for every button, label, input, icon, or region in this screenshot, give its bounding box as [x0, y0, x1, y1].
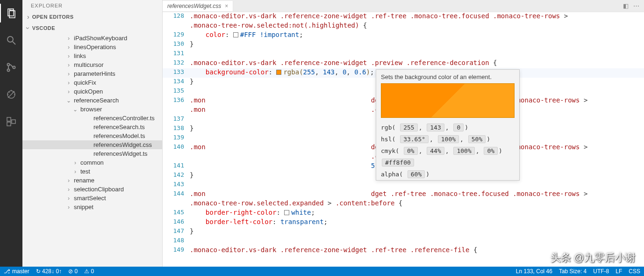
chevron-right-icon: ›: [66, 44, 71, 51]
code-text: .mon dget .ref-tree .monaco-tree.focused…: [190, 190, 592, 197]
status-language[interactable]: CSS: [629, 268, 640, 275]
color-hex-row[interactable]: #ff8f00: [376, 157, 519, 168]
code-text: }: [190, 78, 193, 85]
code-text: .monaco-tree-row.selected.expanded > .co…: [190, 199, 402, 207]
code-line[interactable]: .monaco-tree-row.selected:not(.highlight…: [163, 22, 644, 31]
color-hsl-row[interactable]: hsl( 33.65°, 100%, 50%): [376, 133, 519, 145]
code-line[interactable]: 128.monaco-editor.vs-dark .reference-zon…: [163, 12, 644, 22]
code-line[interactable]: 144.mon dget .ref-tree .monaco-tree.focu…: [163, 190, 644, 199]
code-line[interactable]: 148: [163, 237, 644, 246]
status-cursor[interactable]: Ln 133, Col 46: [516, 268, 552, 275]
tree-folder[interactable]: ›quickFix: [22, 78, 162, 87]
split-editor-icon[interactable]: ◧: [623, 2, 629, 9]
tree-folder[interactable]: ›test: [22, 167, 162, 176]
line-number: 133: [163, 68, 190, 75]
chevron-down-icon: [27, 24, 29, 32]
line-number: 128: [163, 12, 190, 19]
code-line[interactable]: .monaco-tree-row.selected.expanded > .co…: [163, 199, 644, 209]
svg-rect-1: [9, 11, 15, 18]
code-line[interactable]: 146 border-left-color: transparent;: [163, 218, 644, 227]
code-line[interactable]: 143: [163, 181, 644, 190]
activity-search-icon[interactable]: [0, 31, 22, 50]
tree-item-label: referenceSearch.ts: [93, 123, 145, 131]
tree-item-label: referencesWidget.ts: [93, 150, 148, 157]
code-line[interactable]: 129 color: #FFF !important;: [163, 31, 644, 40]
line-number: 137: [163, 115, 190, 122]
tree-file[interactable]: referenceSearch.ts: [22, 123, 162, 131]
tree-folder[interactable]: ›iPadShowKeyboard: [22, 34, 162, 43]
svg-rect-10: [7, 122, 11, 126]
code-line[interactable]: 149.monaco-editor.vs-dark .reference-zon…: [163, 246, 644, 255]
chevron-down-icon: ⌄: [66, 97, 71, 104]
tree-folder[interactable]: ›smartSelect: [22, 194, 162, 203]
svg-point-5: [7, 69, 10, 72]
status-bar: ⎇ master ↻ 428↓ 0↑ ⊘ 0 ⚠ 0 Ln 133, Col 4…: [0, 267, 644, 276]
chevron-right-icon: ›: [66, 186, 71, 193]
tree-folder[interactable]: ›links: [22, 51, 162, 60]
line-number: 149: [163, 246, 190, 253]
code-line[interactable]: 132.monaco-editor.vs-dark .reference-zon…: [163, 59, 644, 68]
svg-point-6: [13, 66, 15, 69]
file-tree[interactable]: ›iPadShowKeyboard›linesOperations›links›…: [22, 34, 162, 267]
section-open-editors[interactable]: OPEN EDITORS: [22, 11, 162, 22]
chevron-right-icon: ›: [66, 204, 71, 211]
tree-folder[interactable]: ›snippet: [22, 203, 162, 211]
code-text: border-right-color: white;: [190, 209, 315, 216]
tree-file[interactable]: referencesWidget.ts: [22, 149, 162, 158]
line-number: 141: [163, 162, 190, 169]
activity-explorer-icon[interactable]: [0, 4, 22, 22]
activity-debug-icon[interactable]: [0, 85, 22, 104]
line-number: 140: [163, 143, 190, 150]
tree-file[interactable]: referencesController.ts: [22, 114, 162, 123]
code-line[interactable]: 131: [163, 50, 644, 59]
svg-rect-9: [7, 117, 11, 121]
tree-item-label: selectionClipboard: [74, 186, 124, 193]
line-number: 132: [163, 59, 190, 66]
chevron-right-icon: ›: [66, 195, 71, 202]
code-line[interactable]: 145 border-right-color: white;: [163, 209, 644, 218]
tree-folder[interactable]: ›linesOperations: [22, 43, 162, 51]
line-number: 147: [163, 227, 190, 234]
chevron-right-icon: ›: [66, 53, 71, 59]
tree-folder[interactable]: ⌄referenceSearch: [22, 96, 162, 105]
tree-folder[interactable]: ›multicursor: [22, 60, 162, 69]
tree-item-label: referencesModel.ts: [93, 132, 145, 139]
tree-folder[interactable]: ›selectionClipboard: [22, 185, 162, 194]
tree-folder[interactable]: ›common: [22, 158, 162, 167]
line-number: 143: [163, 181, 190, 188]
tab-referenceswidget-css[interactable]: referencesWidget.css ×: [163, 1, 233, 11]
more-icon[interactable]: ⋯: [633, 2, 639, 9]
chevron-right-icon: ›: [73, 160, 78, 166]
status-errors[interactable]: ⊘ 0: [68, 268, 78, 275]
line-number: 136: [163, 96, 190, 103]
code-line[interactable]: 147}: [163, 227, 644, 237]
status-eol[interactable]: LF: [615, 268, 622, 275]
status-sync[interactable]: ↻ 428↓ 0↑: [36, 268, 62, 275]
section-vscode[interactable]: VSCODE: [22, 22, 162, 34]
tree-item-label: linesOperations: [74, 44, 116, 51]
color-alpha-row[interactable]: alpha( 60%): [376, 168, 519, 180]
line-number: 129: [163, 31, 190, 38]
tree-folder[interactable]: ⌄browser: [22, 105, 162, 114]
color-preview[interactable]: [381, 83, 515, 118]
status-branch[interactable]: ⎇ master: [4, 268, 29, 275]
activity-extensions-icon[interactable]: [0, 112, 22, 131]
status-warnings[interactable]: ⚠ 0: [84, 268, 94, 275]
color-rgb-row[interactable]: rgb( 255, 143, 0): [376, 122, 519, 133]
tree-file[interactable]: referencesModel.ts: [22, 131, 162, 140]
code-text: .monaco-editor.vs-dark .reference-zone-w…: [190, 59, 497, 66]
tree-folder[interactable]: ›rename: [22, 176, 162, 185]
close-icon[interactable]: ×: [225, 3, 228, 9]
code-line[interactable]: 130}: [163, 40, 644, 50]
tree-folder[interactable]: ›parameterHints: [22, 69, 162, 78]
status-tabsize[interactable]: Tab Size: 4: [559, 268, 587, 275]
line-number: 131: [163, 50, 190, 57]
section-label: OPEN EDITORS: [32, 14, 74, 20]
tree-file[interactable]: referencesWidget.css: [22, 140, 162, 149]
tree-folder[interactable]: ›quickOpen: [22, 87, 162, 96]
color-cmyk-row[interactable]: cmyk( 0%, 44%, 100%, 0%): [376, 145, 519, 157]
tree-item-label: quickOpen: [74, 88, 103, 95]
activity-git-icon[interactable]: [0, 58, 22, 77]
status-encoding[interactable]: UTF-8: [593, 268, 609, 275]
line-number: 139: [163, 134, 190, 141]
